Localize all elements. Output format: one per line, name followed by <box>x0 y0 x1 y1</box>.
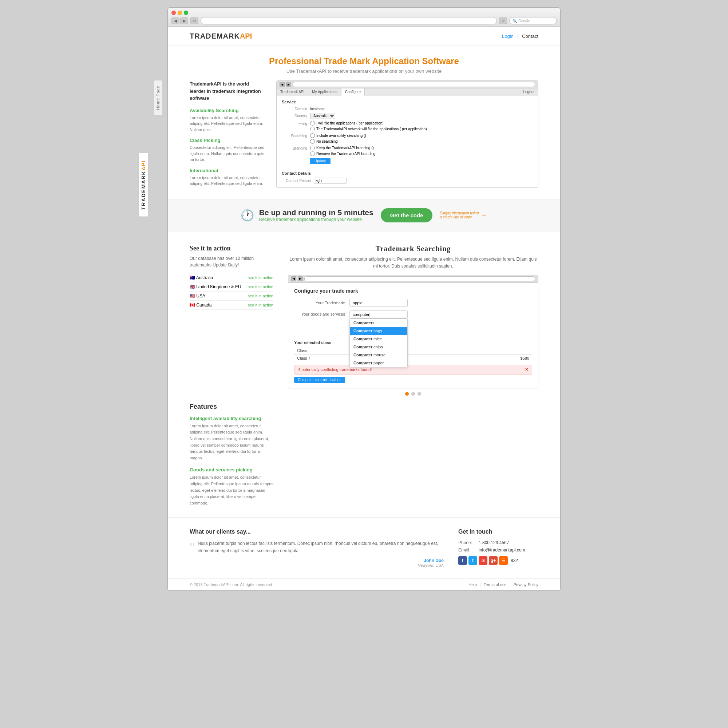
trademark-label: Your Trademark: <box>294 301 345 305</box>
trademark-input[interactable] <box>349 299 408 307</box>
usa-flag: 🇺🇸 USA <box>190 294 205 298</box>
conflict-close-icon[interactable]: ✕ <box>525 367 528 372</box>
app-tab-applications[interactable]: My Applications <box>308 89 341 96</box>
dropdown-computer-bags[interactable]: Computer bags <box>350 327 407 335</box>
cta-section: 🕐 Be up and running in 5 minutes Receive… <box>168 199 560 231</box>
feature-class-title: Class Picking <box>190 138 266 143</box>
app-update-btn[interactable]: Update <box>310 158 330 164</box>
app-screenshot: ◀ ▶ Trademark API My Applications Config… <box>276 80 538 188</box>
app-branding-option-1: Keep the TrademarkAPI branding () <box>316 146 374 150</box>
search-bar[interactable]: 🔍 Google <box>509 17 557 24</box>
dot-3[interactable] <box>418 392 421 396</box>
canada-link[interactable]: see it in action <box>248 303 273 307</box>
rss-icon[interactable]: ☰ <box>499 556 508 565</box>
browser-close-btn[interactable] <box>171 11 176 15</box>
dot-2[interactable] <box>411 392 415 396</box>
app-branding-radio-2[interactable] <box>310 151 315 156</box>
footer-privacy-link[interactable]: Privacy Policy <box>514 583 538 587</box>
logo-trademark: TRADEMARK <box>190 32 240 40</box>
demo2-title: Configure your trade mark <box>294 288 532 294</box>
footer-help-link[interactable]: Help <box>468 583 477 587</box>
country-uk: 🇬🇧 United Kingdome & EU see it in action <box>190 283 273 292</box>
browser-forward-btn[interactable]: ▶ <box>180 17 188 24</box>
contact-email-row: Email: info@trademarkapi.com <box>458 548 538 552</box>
tm-search-desc: Lorem ipsum dolor sit amet, consectetur … <box>288 256 538 270</box>
usa-link[interactable]: see it in action <box>248 294 273 298</box>
browser-maximize-btn[interactable] <box>184 11 188 15</box>
nav-divider: | <box>517 34 518 39</box>
googleplus-icon[interactable]: g+ <box>489 556 498 565</box>
hero-section: Professional Trade Mark Application Soft… <box>168 46 560 199</box>
twitter-icon[interactable]: t <box>468 556 477 565</box>
dropdown-computer-chips[interactable]: Computer chips <box>350 343 407 351</box>
see-in-action-desc: Our database has over 10 million tradema… <box>190 255 273 268</box>
quote-text: Nulla placerat turpis non lectus facilis… <box>198 540 444 554</box>
hero-left: TrademarkAPI is the world learder in tra… <box>190 80 266 192</box>
dropdown-computer-mice[interactable]: Computer mice <box>350 335 407 343</box>
social-row: f t ✉ g+ ☰ 832 <box>458 556 538 565</box>
feature-international: International Lorem ipsum dolor sit amet… <box>190 168 266 187</box>
dropdown-computers[interactable]: Computers <box>350 319 407 327</box>
feature-availability-text: Lorem ipsum dolor sit amet, consectetur … <box>190 115 266 133</box>
feature-class-text: Consectetur adiping elit. Pellentesque s… <box>190 145 266 163</box>
dropdown-computer-paper[interactable]: Computer paper <box>350 359 407 367</box>
app-tab-configure[interactable]: Configure <box>341 89 365 96</box>
get-code-btn[interactable]: Get the code <box>381 208 433 222</box>
facebook-icon[interactable]: f <box>458 556 467 565</box>
footer-terms-link[interactable]: Terms of use <box>484 583 507 587</box>
demo2-nav-forward[interactable]: ▶ <box>298 276 303 281</box>
footer-links: Help | Terms of use | Privacy Policy <box>468 583 538 587</box>
app-demo2: ◀ ▶ Configure your trade mark Your Trade… <box>288 275 538 388</box>
browser-minimize-btn[interactable] <box>177 11 182 15</box>
australia-flag: 🇦🇺 Australia <box>190 275 213 280</box>
site-footer: © 2013 TrademarkAPI.com. All rights rese… <box>168 578 560 590</box>
app-nav-forward[interactable]: ▶ <box>286 82 291 87</box>
uk-link[interactable]: see it in action <box>248 284 273 289</box>
app-searching-radio-2[interactable] <box>310 139 315 144</box>
contact-link[interactable]: Contact <box>522 34 538 39</box>
app-searching-radio-1[interactable] <box>310 133 315 138</box>
app-filing-label: Filing <box>282 121 307 125</box>
app-filing-radio-1[interactable] <box>310 121 315 125</box>
dropdown-computer-mouse[interactable]: Computer mouse <box>350 351 407 359</box>
demo2-nav-back[interactable]: ◀ <box>291 276 296 281</box>
address-bar[interactable] <box>200 17 497 24</box>
login-link[interactable]: Login <box>502 34 514 39</box>
conflict-tag[interactable]: Computer controlled lathes <box>294 377 345 383</box>
app-filing-radio-2[interactable] <box>310 127 315 132</box>
country-usa: 🇺🇸 USA see it in action <box>190 292 273 301</box>
email-icon[interactable]: ✉ <box>479 556 487 565</box>
cta-arrow-icon: ← <box>481 211 487 219</box>
app-contact-person-input[interactable] <box>314 177 347 184</box>
country-list: 🇦🇺 Australia see it in action 🇬🇧 United … <box>190 273 273 310</box>
browser-back-btn[interactable]: ◀ <box>171 17 179 24</box>
footer-divider-2: | <box>509 583 511 587</box>
uk-flag: 🇬🇧 United Kingdome & EU <box>190 284 241 289</box>
app-country-select[interactable]: Australia <box>310 113 335 119</box>
quote-mark-icon: " <box>190 544 195 552</box>
dot-1[interactable] <box>405 392 409 396</box>
app-searching-option-1: Include availability searching () <box>316 134 366 138</box>
country-australia: 🇦🇺 Australia see it in action <box>190 273 273 283</box>
feature-intelligent-title: Intelligent availability searching <box>190 416 273 421</box>
cta-annotation-line2: a single line of code <box>440 215 479 219</box>
feature-goods: Goods and services picking Lorem ipsum d… <box>190 467 273 506</box>
app-branding-radio-1[interactable] <box>310 145 315 150</box>
hero-title: Professional Trade Mark Application Soft… <box>190 56 538 66</box>
app-branding-option-2: Remove the TrademarkAPI branding <box>316 152 375 156</box>
contact-email-label: Email: <box>458 548 476 552</box>
see-in-action-heading: See it in action <box>190 245 273 252</box>
australia-link[interactable]: see it in action <box>248 275 273 280</box>
features-title: Features <box>190 403 273 411</box>
header-nav: Login | Contact <box>502 34 538 39</box>
carousel-dots <box>288 388 538 399</box>
goods-input[interactable] <box>349 310 408 318</box>
browser-star-btn[interactable]: ☆ <box>499 17 507 24</box>
tm-search-heading: Trademark Searching <box>288 245 538 253</box>
app-tab-trademark[interactable]: Trademark API <box>277 89 308 96</box>
hero-subtitle: Use TrademarkAPI to receive trademark ap… <box>190 69 538 74</box>
footer-divider-1: | <box>480 583 481 587</box>
app-nav-back[interactable]: ◀ <box>280 82 284 87</box>
browser-refresh-btn[interactable]: ↻ <box>190 17 198 24</box>
app-logout[interactable]: Logout <box>519 89 538 96</box>
